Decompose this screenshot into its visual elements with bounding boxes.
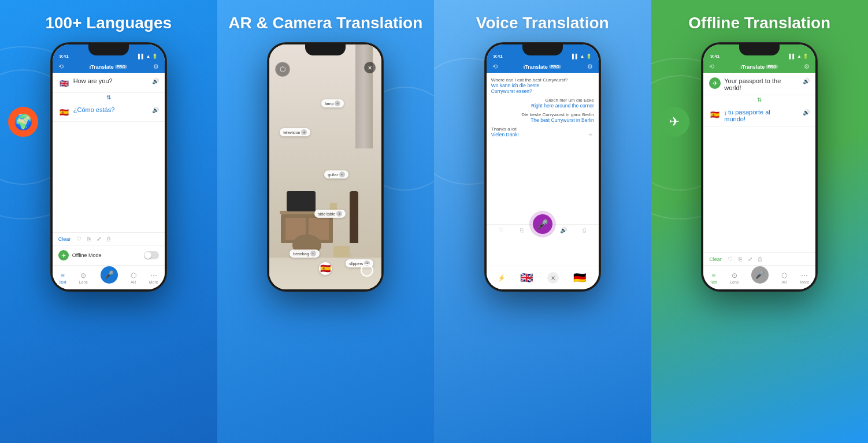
nav-more-1[interactable]: ⋯ More [149, 271, 158, 284]
ar-plus-sidetable: + [336, 211, 342, 217]
pro-badge-4: PRO [766, 65, 778, 69]
airplane-icon-large: ✈ [659, 107, 689, 137]
ar-label-tv-text: television [283, 131, 300, 135]
target-row-1: 🇪🇸 ¿Cómo estás? 🔊 [53, 102, 165, 122]
status-icons-3: ▌▌ ▲ 🔋 [572, 54, 592, 59]
nav-lens-4[interactable]: ⊙ Lens [730, 271, 739, 284]
app-logo-4: iTranslate PRO [740, 64, 778, 70]
room-scene [269, 44, 381, 289]
panel-4-title: Offline Translation [688, 14, 830, 32]
pro-badge-3: PRO [549, 65, 561, 69]
action-bar-1: Clear ♡ ⎘ ⤢ ⎙ [53, 232, 165, 245]
nav-text-4[interactable]: ≡ Text [710, 271, 717, 284]
chat-share[interactable]: ⎙ [583, 227, 586, 233]
target-speaker-4[interactable]: 🔊 [803, 109, 810, 116]
source-speaker-4[interactable]: 🔊 [803, 78, 810, 84]
nav-more-icon-4: ⋯ [801, 271, 808, 280]
ar-plus-guitar: + [339, 172, 345, 177]
offline-row-1: ✈ Offline Mode [53, 245, 165, 265]
mic-btn-4[interactable]: 🎤 [751, 266, 769, 284]
clear-btn-1[interactable]: Clear [58, 236, 71, 242]
lang-swap-btn[interactable]: ✕ [547, 272, 559, 284]
phone-4-frame: 9:41 ▌▌ ▲ 🔋 ⟲ iTranslate PRO ⚙ ✈ [702, 43, 817, 291]
panel-languages: 🌍 100+ Languages 9:41 ▌▌ ▲ 🔋 ⟲ iTranslat… [0, 0, 217, 443]
phone-3-frame: 9:41 ▌▌ ▲ 🔋 ⟲ iTranslate PRO ⚙ Wher [485, 43, 600, 291]
nav-more-4[interactable]: ⋯ More [800, 271, 809, 284]
chat-bubble-4-text: Thanks a lot! Vielen Dank! [491, 126, 519, 137]
share-btn-4[interactable]: ⎙ [758, 256, 762, 262]
nav-ar-icon-4: ⬡ [781, 271, 787, 280]
notch-2 [305, 43, 346, 55]
offline-toggle-1[interactable] [144, 251, 159, 259]
swap-row-1: ⇅ [53, 93, 165, 102]
action-bar-4: Clear ♡ ⎘ ⤢ ⎙ [703, 252, 815, 265]
ar-label-slippers-text: slippers [349, 262, 363, 266]
heart-btn-1[interactable]: ♡ [76, 236, 81, 242]
expand-btn-1[interactable]: ⤢ [97, 236, 101, 242]
chat-trans-2: Right here around the corner [531, 103, 594, 109]
voice-mic-btn[interactable]: 🎤 [533, 214, 552, 234]
chat-orig-2: Gleich hier um die Ecke [545, 98, 593, 103]
nav-ar-label-1: AR [131, 280, 136, 284]
chat-speaker[interactable]: 🔊 [560, 227, 567, 233]
panel-2-title: AR & Camera Translation [228, 14, 422, 32]
settings-icon-4: ⚙ [804, 63, 810, 70]
chat-orig-4: Thanks a lot! [491, 126, 519, 132]
target-flag-4: 🇪🇸 [709, 109, 721, 120]
panel-voice: Voice Translation 9:41 ▌▌ ▲ 🔋 ⟲ iTransla… [434, 0, 651, 443]
nav-ar-4[interactable]: ⬡ AR [781, 271, 787, 284]
copy-btn-4[interactable]: ⎘ [739, 256, 742, 262]
share-btn-1[interactable]: ⎙ [107, 236, 110, 242]
panel-offline: ✈ Offline Translation 9:41 ▌▌ ▲ 🔋 ⟲ iTra… [651, 0, 869, 443]
chat-bubble-2: Gleich hier um die Ecke Right here aroun… [491, 98, 594, 109]
target-flag-1: 🇪🇸 [58, 106, 70, 118]
nav-mic-4[interactable]: 🎤 [751, 272, 769, 284]
phone-3-screen: 9:41 ▌▌ ▲ 🔋 ⟲ iTranslate PRO ⚙ Wher [487, 44, 599, 289]
heart-btn-4[interactable]: ♡ [728, 256, 733, 262]
target-speaker-1[interactable]: 🔊 [152, 107, 159, 113]
phone-1: 9:41 ▌▌ ▲ 🔋 ⟲ iTranslate PRO ⚙ 🇬🇧 [51, 43, 166, 291]
status-icons-4: ▌▌ ▲ 🔋 [789, 54, 809, 59]
nav-lens-1[interactable]: ⊙ Lens [79, 271, 88, 284]
voice-bottom: ⚡ 🇬🇧 ✕ 🇩🇪 [487, 266, 599, 289]
ar-label-lamp[interactable]: lamp + [321, 99, 344, 107]
phone-2: ✕ ⬡ lamp + television + guitar + [268, 43, 383, 291]
nav-lens-label-1: Lens [79, 280, 88, 284]
ar-plus-tv: + [301, 129, 307, 135]
ar-label-beanbag[interactable]: beanbag + [290, 250, 319, 258]
clear-btn-4[interactable]: Clear [709, 256, 722, 262]
offline-plane-icon-1: ✈ [58, 250, 69, 260]
chat-area: Where can I eat the best Currywurst? Wo … [487, 73, 599, 224]
chat-copy[interactable]: ⎘ [520, 227, 524, 233]
ar-label-tv[interactable]: television + [280, 128, 310, 136]
source-speaker-1[interactable]: 🔊 [152, 78, 159, 84]
tv [287, 191, 316, 211]
nav-ar-1[interactable]: ⬡ AR [131, 271, 136, 284]
curtain [355, 44, 373, 148]
settings-icon-1: ⚙ [153, 63, 159, 70]
phone-2-frame: ✕ ⬡ lamp + television + guitar + [268, 43, 383, 291]
ar-label-guitar[interactable]: guitar + [324, 170, 348, 178]
phone-4: 9:41 ▌▌ ▲ 🔋 ⟲ iTranslate PRO ⚙ ✈ [702, 43, 817, 291]
chat-heart[interactable]: ♡ [499, 227, 504, 233]
lang-btn-de[interactable]: 🇩🇪 [572, 270, 588, 286]
source-text-1: How are you? [73, 77, 149, 84]
translate-icon-3: ⟲ [492, 63, 498, 70]
spain-flag-ar: 🇪🇸 [319, 262, 332, 275]
ar-plus-beanbag: + [310, 251, 316, 256]
target-row-4: 🇪🇸 ¡ tu pasaporte al mundo! 🔊 [703, 104, 815, 126]
nav-lens-icon-1: ⊙ [80, 271, 86, 280]
lang-btn-en[interactable]: 🇬🇧 [518, 270, 535, 286]
swap-row-4: ⇅ [703, 95, 815, 104]
notch-3 [522, 43, 563, 55]
nav-text-1[interactable]: ≡ Text [59, 271, 66, 284]
copy-btn-1[interactable]: ⎘ [87, 236, 91, 242]
globe-icon: 🌍 [8, 107, 38, 137]
status-time-4: 9:41 [710, 54, 719, 59]
swap-icon-1: ⇅ [106, 94, 111, 100]
mic-btn-1[interactable]: 🎤 [101, 266, 118, 284]
edit-icon[interactable]: ✏ [589, 132, 593, 137]
ar-label-sidetable[interactable]: side table + [314, 210, 346, 218]
nav-mic-1[interactable]: 🎤 [101, 272, 118, 284]
expand-btn-4[interactable]: ⤢ [748, 256, 752, 262]
